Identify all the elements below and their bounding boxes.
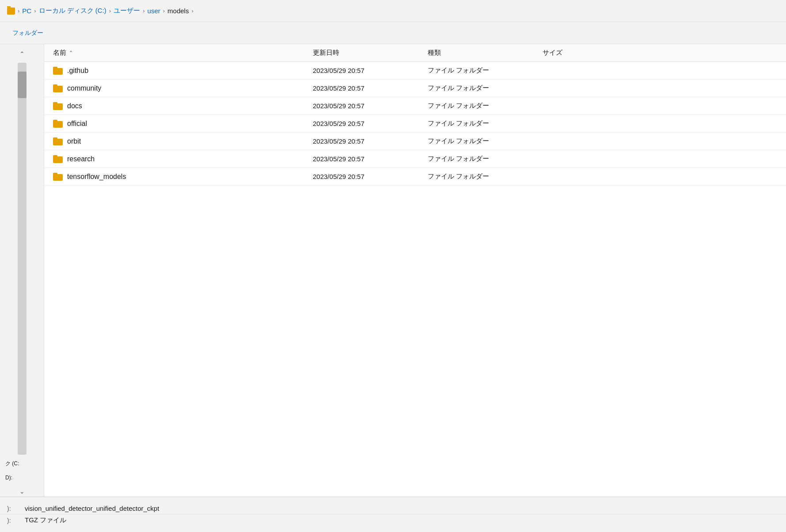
breadcrumb-sep-5: › [191,8,193,14]
table-row[interactable]: official 2023/05/29 20:57 ファイル フォルダー [44,115,786,133]
status-row-2: ): TGZ ファイル [0,514,786,526]
file-name-text: orbit [67,137,81,145]
file-type-cell: ファイル フォルダー [424,102,539,110]
folder-icon [53,84,63,92]
file-name-cell: research [44,155,309,163]
col-header-size[interactable]: サイズ [539,49,786,57]
folder-icon [53,137,63,145]
file-name-text: .github [67,67,88,75]
file-name-cell: official [44,120,309,128]
toolbar: フォルダー [0,22,786,44]
file-date-cell: 2023/05/29 20:57 [309,120,424,127]
col-date-label: 更新日時 [313,49,339,56]
sidebar-disk-c-label[interactable]: ク (C: [0,456,44,471]
file-type-cell: ファイル フォルダー [424,137,539,145]
sidebar: ⌃ ク (C: D): ⌄ [0,44,44,497]
file-date-cell: 2023/05/29 20:57 [309,155,424,163]
breadcrumb-models: models [167,7,189,15]
breadcrumb-sep-4: › [163,8,165,14]
breadcrumb-sep-0: › [18,8,19,14]
file-name-cell: community [44,84,309,92]
folder-icon [53,102,63,110]
breadcrumb-pc[interactable]: PC [22,7,31,15]
file-type-cell: ファイル フォルダー [424,66,539,75]
sort-icon: ⌃ [69,50,73,56]
file-date-cell: 2023/05/29 20:57 [309,67,424,74]
folder-icon [53,120,63,128]
file-name-text: research [67,155,95,163]
breadcrumb-users[interactable]: ユーザー [114,7,140,15]
main-area: ⌃ ク (C: D): ⌄ 名前 ⌃ 更新日時 種類 サイズ [0,44,786,497]
folder-icon [53,67,63,75]
file-name-cell: orbit [44,137,309,145]
sidebar-disk-d-label[interactable]: D): [0,471,44,484]
breadcrumb-sep-2: › [109,8,111,14]
file-date-cell: 2023/05/29 20:57 [309,102,424,110]
folder-icon [7,8,15,15]
sidebar-scrollbar[interactable] [18,63,27,455]
file-date-cell: 2023/05/29 20:57 [309,84,424,92]
col-type-label: 種類 [428,49,441,56]
folder-icon [53,173,63,181]
file-date-cell: 2023/05/29 20:57 [309,173,424,180]
file-name-cell: docs [44,102,309,110]
sidebar-scroll-down-button[interactable]: ⌄ [17,486,27,497]
table-row[interactable]: community 2023/05/29 20:57 ファイル フォルダー [44,80,786,97]
breadcrumb-bar: › PC › ローカル ディスク (C:) › ユーザー › user › mo… [0,0,786,22]
col-header-date[interactable]: 更新日時 [309,49,424,57]
breadcrumb-disk-c[interactable]: ローカル ディスク (C:) [39,7,106,15]
file-name-text: official [67,120,87,128]
sidebar-scroll-up-button[interactable]: ⌃ [17,49,27,59]
col-header-type[interactable]: 種類 [424,49,539,57]
file-name-cell: tensorflow_models [44,173,309,181]
file-rows-container: .github 2023/05/29 20:57 ファイル フォルダー comm… [44,62,786,186]
file-date-cell: 2023/05/29 20:57 [309,137,424,145]
status-row-1: ): vision_unified_detector_unified_detec… [0,503,786,514]
status-value-2: TGZ ファイル [25,516,66,524]
file-type-cell: ファイル フォルダー [424,172,539,181]
table-row[interactable]: tensorflow_models 2023/05/29 20:57 ファイル … [44,168,786,186]
folder-icon [53,155,63,163]
status-value-1: vision_unified_detector_unified_detector… [25,505,159,512]
file-name-cell: .github [44,67,309,75]
sidebar-scrollbar-thumb [18,72,27,98]
table-row[interactable]: orbit 2023/05/29 20:57 ファイル フォルダー [44,133,786,150]
new-folder-button[interactable]: フォルダー [7,27,49,39]
breadcrumb-user[interactable]: user [148,7,160,15]
breadcrumb-sep-1: › [34,8,36,14]
file-name-text: community [67,84,101,92]
breadcrumb-sep-3: › [143,8,144,14]
file-type-cell: ファイル フォルダー [424,84,539,92]
col-name-label: 名前 [53,49,66,57]
file-list-area: 名前 ⌃ 更新日時 種類 サイズ .github 2023/05/29 20:5… [44,44,786,497]
table-row[interactable]: research 2023/05/29 20:57 ファイル フォルダー [44,150,786,168]
file-type-cell: ファイル フォルダー [424,119,539,128]
col-size-label: サイズ [543,49,562,56]
table-row[interactable]: .github 2023/05/29 20:57 ファイル フォルダー [44,62,786,80]
col-header-name[interactable]: 名前 ⌃ [44,49,309,57]
status-label-2: ): [7,517,25,524]
status-bar: ): vision_unified_detector_unified_detec… [0,497,786,532]
file-name-text: tensorflow_models [67,173,126,181]
table-row[interactable]: docs 2023/05/29 20:57 ファイル フォルダー [44,97,786,115]
file-type-cell: ファイル フォルダー [424,155,539,163]
column-headers: 名前 ⌃ 更新日時 種類 サイズ [44,44,786,62]
status-label-1: ): [7,505,25,512]
file-name-text: docs [67,102,82,110]
